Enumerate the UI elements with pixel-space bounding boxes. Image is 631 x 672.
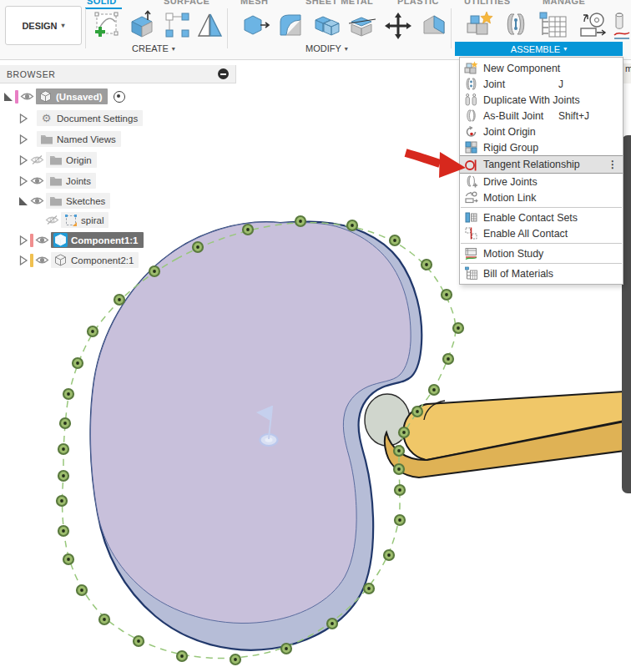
expand-arrow-icon[interactable]	[18, 155, 28, 165]
press-pull-icon[interactable]	[240, 10, 270, 40]
eye-hidden-icon[interactable]	[45, 215, 59, 225]
create-sketch-icon[interactable]	[92, 10, 122, 40]
new-component-icon[interactable]	[464, 10, 494, 40]
menu-item-enable-all-contact[interactable]: Enable All Contact	[460, 225, 623, 241]
design-menu-button[interactable]: DESIGN ▾	[5, 6, 82, 45]
sketch-point-center	[63, 422, 67, 425]
move-copy-icon[interactable]	[382, 10, 414, 42]
menu-item-motion-study[interactable]: Motion Study	[460, 245, 623, 261]
eye-visible-icon[interactable]	[35, 255, 49, 265]
ribbon-tab-solid[interactable]: SOLID	[87, 0, 117, 8]
menu-item-as-built-joint[interactable]: As-Built JointShift+J	[460, 108, 623, 124]
eye-visible-icon[interactable]	[30, 195, 44, 206]
pattern-icon[interactable]	[162, 10, 192, 40]
browser-item-origin[interactable]: Origin	[18, 152, 97, 168]
sketch-point-center	[234, 658, 237, 661]
component-color-bar	[30, 234, 33, 247]
menu-item-enable-contact-sets[interactable]: Enable Contact Sets	[460, 210, 623, 225]
browser-item-component1-1[interactable]: Component1:1	[18, 232, 144, 248]
ribbon-tab-sheet-metal[interactable]: SHEET METAL	[305, 0, 373, 8]
browser-collapse-button[interactable]	[218, 68, 229, 79]
ribbon-tab-utilities[interactable]: UTILITIES	[464, 0, 511, 8]
menu-item-label: As-Built Joint	[483, 110, 543, 122]
browser-item-pill[interactable]: Sketches	[46, 193, 110, 209]
menu-item-rigid-group[interactable]: Rigid Group	[460, 139, 623, 155]
sketch-point-center	[118, 298, 121, 301]
browser-item-joints[interactable]: Joints	[18, 173, 96, 189]
menu-divider	[461, 207, 622, 208]
menu-item-drive-joints[interactable]: Drive Joints	[460, 174, 623, 189]
eye-visible-icon[interactable]	[35, 235, 49, 245]
browser-item-pill[interactable]: Joints	[46, 173, 96, 189]
toolbar-divider	[227, 8, 228, 48]
browser-item-label: (Unsaved)	[56, 92, 103, 102]
menu-divider	[461, 263, 622, 264]
collapse-arrow-icon[interactable]	[3, 92, 13, 102]
activate-component-radio[interactable]	[114, 91, 125, 103]
component-icon	[53, 253, 68, 267]
assemble-group-dropdown[interactable]: ASSEMBLE ▾	[455, 42, 623, 56]
modify-group-dropdown[interactable]: MODIFY ▾	[305, 43, 348, 55]
kebab-menu-icon[interactable]: ⋮	[608, 159, 618, 170]
bill-of-materials-tool-icon[interactable]	[538, 10, 569, 40]
browser-item-document-settings[interactable]: ⚙Document Settings	[18, 110, 143, 126]
toolbar-divider	[451, 8, 452, 48]
menu-item-joint[interactable]: JointJ	[460, 76, 623, 92]
sketch-point-center	[457, 326, 460, 330]
browser-item-pill[interactable]: Origin	[46, 152, 97, 168]
browser-item-pill[interactable]: (Unsaved)	[36, 88, 108, 104]
enable-all-contact-icon	[464, 226, 478, 240]
expand-arrow-icon[interactable]	[18, 176, 28, 186]
eye-visible-icon[interactable]	[20, 91, 34, 102]
form-icon[interactable]	[419, 10, 449, 40]
ribbon-tab-manage[interactable]: MANAGE	[543, 0, 585, 8]
menu-item-joint-origin[interactable]: Joint Origin	[460, 124, 623, 139]
menu-item-label: Enable All Contact	[483, 228, 568, 240]
simulate-contact-icon[interactable]	[613, 10, 631, 43]
eye-hidden-icon[interactable]	[30, 154, 44, 165]
menu-item-label: Joint	[483, 78, 505, 90]
menu-item-motion-link[interactable]: Motion Link	[460, 189, 623, 205]
menu-divider	[461, 243, 622, 244]
ribbon-tab-plastic[interactable]: PLASTIC	[397, 0, 439, 8]
eye-visible-icon[interactable]	[30, 175, 44, 186]
menu-item-bill-of-materials[interactable]: Bill of Materials	[460, 265, 623, 281]
joint-icon[interactable]	[501, 10, 531, 40]
browser-item-spiral[interactable]: spiral	[33, 212, 109, 228]
menu-item-shortcut: Shift+J	[558, 110, 589, 122]
create-group-dropdown[interactable]: CREATE ▾	[132, 43, 175, 55]
sketch-point-center	[331, 622, 334, 625]
browser-item-sketches[interactable]: Sketches	[18, 193, 110, 209]
browser-item-pill[interactable]: Component2:1	[51, 252, 139, 268]
menu-item-new-component[interactable]: New Component	[460, 60, 623, 76]
expand-arrow-icon[interactable]	[18, 255, 28, 265]
browser-item-named-views[interactable]: Named Views	[18, 131, 121, 147]
browser-item-label: Named Views	[57, 134, 116, 144]
sketch-icon	[63, 213, 78, 227]
browser-item-pill[interactable]: Component1:1	[51, 232, 144, 248]
sketch-point-center	[91, 330, 94, 333]
menu-item-tangent-relationship[interactable]: Tangent Relationship⋮	[460, 155, 623, 174]
expand-arrow-icon[interactable]	[18, 114, 28, 124]
modify-group-label: MODIFY	[305, 43, 341, 55]
browser-item-pill[interactable]: spiral	[61, 212, 109, 228]
joint-icon	[464, 77, 478, 91]
ribbon-tab-surface[interactable]: SURFACE	[164, 0, 209, 8]
browser-item-pill[interactable]: ⚙Document Settings	[37, 110, 143, 126]
browser-item-component2-1[interactable]: Component2:1	[18, 252, 139, 268]
menu-item-label: Rigid Group	[483, 142, 538, 154]
menu-item-duplicate-with-joints[interactable]: Duplicate With Joints	[460, 92, 623, 108]
collapse-arrow-icon[interactable]	[18, 196, 28, 206]
browser-item--unsaved-[interactable]: (Unsaved)	[3, 88, 125, 104]
fillet-icon[interactable]	[275, 10, 305, 40]
ribbon-tab-mesh[interactable]: MESH	[240, 0, 268, 8]
mirror-icon[interactable]	[195, 10, 225, 40]
motion-study-tool-icon[interactable]	[576, 10, 608, 40]
expand-arrow-icon[interactable]	[18, 134, 28, 144]
component-color-bar	[30, 254, 33, 267]
combine-icon[interactable]	[312, 10, 342, 40]
extrude-icon[interactable]	[127, 10, 157, 40]
split-body-icon[interactable]	[347, 10, 377, 40]
browser-item-pill[interactable]: Named Views	[37, 131, 121, 147]
expand-arrow-icon[interactable]	[18, 235, 28, 245]
